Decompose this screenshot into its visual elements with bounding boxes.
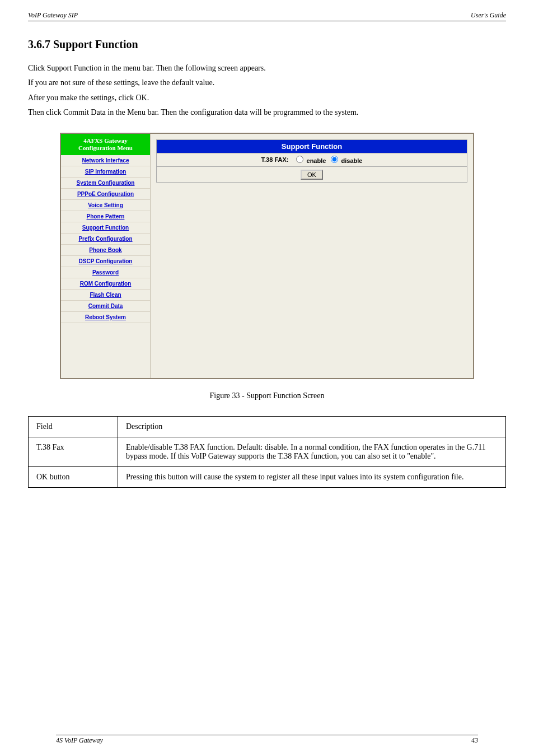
- sidebar-item-dscp-configuration[interactable]: DSCP Configuration: [61, 256, 150, 267]
- intro-line2: If you are not sure of these settings, l…: [28, 77, 506, 89]
- table-row: OK button Pressing this button will caus…: [29, 466, 506, 487]
- doc-header: VoIP Gateway SIP User's Guide: [28, 11, 506, 21]
- sidebar-link[interactable]: Password: [92, 269, 119, 276]
- t38-enable-radio[interactable]: [296, 156, 303, 163]
- sidebar-item-sip-information[interactable]: SIP Information: [61, 166, 150, 178]
- sidebar-item-phone-book[interactable]: Phone Book: [61, 245, 150, 256]
- sidebar-item-system-configuration[interactable]: System Configuration: [61, 178, 150, 189]
- sidebar-link[interactable]: Phone Book: [89, 247, 121, 253]
- panel-title-bar: Support Function: [156, 139, 467, 153]
- sidebar-link[interactable]: Flash Clean: [90, 292, 121, 298]
- cell-t38-desc: Enable/disable T.38 FAX function. Defaul…: [118, 437, 506, 466]
- cell-t38-field: T.38 Fax: [29, 437, 118, 466]
- sidebar-heading: 4AFXS Gateway Configuration Menu: [61, 134, 150, 155]
- sidebar-item-commit-data[interactable]: Commit Data: [61, 301, 150, 312]
- sidebar-link[interactable]: Phone Pattern: [87, 213, 125, 220]
- sidebar-link[interactable]: Support Function: [82, 225, 129, 231]
- screenshot-figure: 4AFXS Gateway Configuration Menu Network…: [60, 133, 474, 379]
- sidebar-head1: 4AFXS Gateway: [83, 137, 128, 144]
- sidebar-link[interactable]: SIP Information: [85, 169, 127, 175]
- sidebar-link[interactable]: Network Interface: [82, 157, 129, 164]
- sidebar-item-prefix-configuration[interactable]: Prefix Configuration: [61, 234, 150, 245]
- intro-paragraph: Click Support Function in the menu bar. …: [28, 62, 506, 119]
- ok-button[interactable]: OK: [301, 170, 323, 180]
- config-sidebar: 4AFXS Gateway Configuration Menu Network…: [61, 134, 151, 378]
- intro-line1: Click Support Function in the menu bar. …: [28, 62, 506, 74]
- table-row: T.38 Fax Enable/disable T.38 FAX functio…: [29, 437, 506, 466]
- header-left: VoIP Gateway SIP: [28, 11, 78, 20]
- footer-left: 4S VoIP Gateway: [56, 736, 103, 745]
- doc-footer: 4S VoIP Gateway 43: [56, 735, 478, 745]
- t38-fax-row: T.38 FAX: enable disable: [156, 153, 467, 167]
- sidebar-link[interactable]: System Configuration: [77, 180, 135, 186]
- sidebar-item-network-interface[interactable]: Network Interface: [61, 155, 150, 166]
- sidebar-link[interactable]: Voice Setting: [88, 202, 123, 208]
- parameter-table: Field Description T.38 Fax Enable/disabl…: [28, 416, 506, 488]
- figure-caption: Figure 33 - Support Function Screen: [28, 391, 506, 400]
- section-title: 3.6.7 Support Function: [28, 38, 506, 51]
- table-header-row: Field Description: [29, 416, 506, 437]
- header-field: Field: [29, 416, 118, 437]
- ok-row: OK: [156, 167, 467, 183]
- intro-line4: Then click Commit Data in the Menu bar. …: [28, 106, 506, 119]
- sidebar-item-voice-setting[interactable]: Voice Setting: [61, 200, 150, 211]
- radio-group: enable disable: [293, 156, 362, 164]
- sidebar-item-reboot-system[interactable]: Reboot System: [61, 312, 150, 323]
- enable-label: enable: [307, 157, 326, 164]
- disable-label: disable: [341, 157, 363, 164]
- t38-fax-label: T.38 FAX:: [261, 156, 289, 163]
- sidebar-item-flash-clean[interactable]: Flash Clean: [61, 290, 150, 301]
- sidebar-item-rom-configuration[interactable]: ROM Configuration: [61, 278, 150, 290]
- sidebar-link[interactable]: Commit Data: [88, 303, 123, 309]
- header-right: User's Guide: [471, 11, 506, 20]
- sidebar-link[interactable]: PPPoE Configuration: [77, 191, 134, 197]
- sidebar-link[interactable]: ROM Configuration: [80, 281, 132, 287]
- cell-ok-field: OK button: [29, 466, 118, 487]
- sidebar-link[interactable]: Reboot System: [85, 314, 126, 320]
- cell-ok-desc: Pressing this button will cause the syst…: [118, 466, 506, 487]
- t38-disable-radio[interactable]: [331, 156, 338, 163]
- sidebar-item-password[interactable]: Password: [61, 267, 150, 278]
- sidebar-link[interactable]: DSCP Configuration: [79, 258, 133, 264]
- header-description: Description: [118, 416, 506, 437]
- sidebar-item-pppoe-configuration[interactable]: PPPoE Configuration: [61, 189, 150, 200]
- sidebar-item-support-function[interactable]: Support Function: [61, 222, 150, 234]
- main-panel: Support Function T.38 FAX: enable disabl…: [151, 134, 473, 378]
- footer-page-number: 43: [471, 736, 478, 745]
- sidebar-head2: Configuration Menu: [78, 144, 133, 151]
- sidebar-link[interactable]: Prefix Configuration: [78, 236, 132, 242]
- sidebar-item-phone-pattern[interactable]: Phone Pattern: [61, 211, 150, 222]
- intro-line3: After you make the settings, click OK.: [28, 92, 506, 104]
